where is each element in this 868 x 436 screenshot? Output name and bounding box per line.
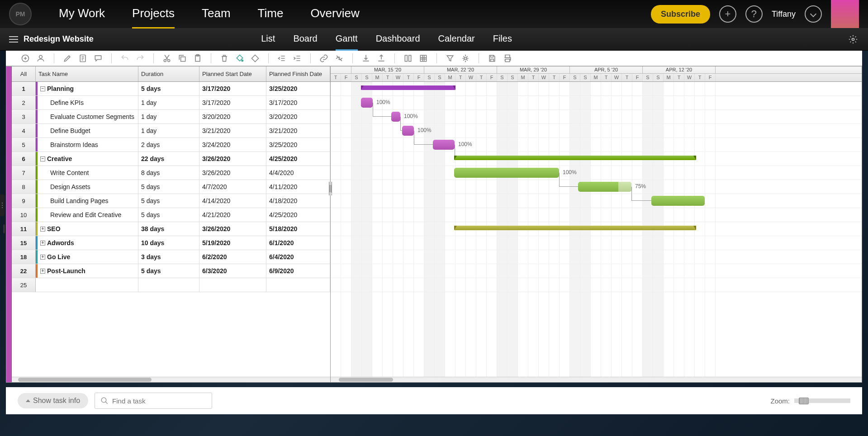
- paste-icon[interactable]: [192, 52, 204, 64]
- nav-item-my-work[interactable]: My Work: [59, 0, 105, 28]
- delete-icon[interactable]: [218, 52, 230, 64]
- task-name-cell[interactable]: Define KPIs: [38, 96, 138, 109]
- task-name-cell[interactable]: Evaluate Customer Segments: [38, 110, 138, 123]
- col-header-finish[interactable]: Planned Finish Date: [266, 66, 330, 81]
- comment-icon[interactable]: [92, 52, 104, 64]
- user-menu-chevron[interactable]: [805, 5, 822, 23]
- view-tab-list[interactable]: List: [261, 28, 275, 51]
- task-name-cell[interactable]: Brainstorm Ideas: [38, 138, 138, 152]
- task-row[interactable]: 1−Planning5 days3/17/20203/25/2020: [12, 82, 330, 96]
- start-date-cell[interactable]: 4/21/2020: [199, 208, 266, 222]
- duration-cell[interactable]: 5 days: [138, 82, 199, 95]
- start-date-cell[interactable]: [199, 278, 266, 292]
- duration-cell[interactable]: 5 days: [138, 194, 199, 208]
- duration-cell[interactable]: 8 days: [138, 166, 199, 180]
- end-date-cell[interactable]: 6/4/2020: [266, 250, 330, 264]
- end-date-cell[interactable]: 4/18/2020: [266, 194, 330, 208]
- task-row[interactable]: 7Write Content8 days3/26/20204/4/2020: [12, 166, 330, 180]
- duration-cell[interactable]: 1 day: [138, 110, 199, 123]
- duration-cell[interactable]: 5 days: [138, 180, 199, 194]
- link-icon[interactable]: [318, 52, 330, 64]
- gantt-row[interactable]: [331, 194, 862, 208]
- gantt-row[interactable]: 100%: [331, 138, 862, 152]
- start-date-cell[interactable]: 3/26/2020: [199, 166, 266, 180]
- gantt-task-bar[interactable]: 100%: [433, 140, 455, 150]
- gantt-row[interactable]: [331, 264, 862, 278]
- gantt-row[interactable]: [331, 222, 862, 236]
- start-date-cell[interactable]: 4/14/2020: [199, 194, 266, 208]
- filter-icon[interactable]: [444, 52, 456, 64]
- view-tab-board[interactable]: Board: [293, 28, 317, 51]
- end-date-cell[interactable]: 5/18/2020: [266, 222, 330, 236]
- end-date-cell[interactable]: 3/20/2020: [266, 110, 330, 123]
- gantt-row[interactable]: [331, 236, 862, 250]
- duration-cell[interactable]: 2 days: [138, 138, 199, 152]
- add-button[interactable]: +: [719, 5, 736, 23]
- start-date-cell[interactable]: 4/7/2020: [199, 180, 266, 194]
- start-date-cell[interactable]: 3/17/2020: [199, 96, 266, 109]
- task-row[interactable]: 10Review and Edit Creative5 days4/21/202…: [12, 208, 330, 222]
- hamburger-icon[interactable]: [9, 36, 18, 43]
- sidebar-collapse-tab[interactable]: [0, 194, 5, 216]
- expand-icon[interactable]: +: [40, 255, 45, 260]
- gantt-horizontal-scroll[interactable]: [331, 377, 862, 382]
- task-row[interactable]: 15+Adwords10 days5/19/20206/1/2020: [12, 236, 330, 250]
- end-date-cell[interactable]: 4/25/2020: [266, 208, 330, 222]
- end-date-cell[interactable]: 3/21/2020: [266, 124, 330, 137]
- columns-icon[interactable]: [402, 52, 414, 64]
- start-date-cell[interactable]: 6/3/2020: [199, 264, 266, 278]
- collapse-icon[interactable]: −: [40, 156, 45, 161]
- collapse-icon[interactable]: −: [40, 86, 45, 91]
- duration-cell[interactable]: 38 days: [138, 222, 199, 236]
- app-logo[interactable]: PM: [9, 3, 32, 25]
- view-tab-gantt[interactable]: Gantt: [336, 28, 358, 51]
- add-task-icon[interactable]: [19, 52, 31, 64]
- task-name-cell[interactable]: +Post-Launch: [38, 264, 138, 278]
- task-name-cell[interactable]: Design Assets: [38, 180, 138, 194]
- end-date-cell[interactable]: [266, 278, 330, 292]
- task-row[interactable]: 3Evaluate Customer Segments1 day3/20/202…: [12, 110, 330, 124]
- gantt-row[interactable]: 75%: [331, 180, 862, 194]
- nav-item-time[interactable]: Time: [258, 0, 284, 28]
- save-icon[interactable]: [486, 52, 498, 64]
- end-date-cell[interactable]: 6/1/2020: [266, 236, 330, 250]
- duration-cell[interactable]: 1 day: [138, 124, 199, 137]
- redo-icon[interactable]: [134, 52, 146, 64]
- task-name-cell[interactable]: −Planning: [38, 82, 138, 95]
- gantt-row[interactable]: 100%: [331, 166, 862, 180]
- gantt-task-bar[interactable]: 100%: [361, 98, 373, 108]
- settings-icon[interactable]: [460, 52, 471, 64]
- clear-icon[interactable]: [249, 52, 261, 64]
- duration-cell[interactable]: [138, 278, 199, 292]
- assign-user-icon[interactable]: [35, 52, 47, 64]
- gantt-task-bar[interactable]: [651, 196, 705, 206]
- col-header-duration[interactable]: Duration: [138, 66, 199, 81]
- export-icon[interactable]: [375, 52, 387, 64]
- task-row[interactable]: 5Brainstorm Ideas2 days3/24/20203/25/202…: [12, 138, 330, 152]
- gantt-task-bar[interactable]: 75%: [578, 182, 631, 192]
- task-name-cell[interactable]: [38, 278, 138, 292]
- task-row[interactable]: 8Design Assets5 days4/7/20204/11/2020: [12, 180, 330, 194]
- gantt-task-bar[interactable]: 100%: [391, 112, 400, 122]
- outdent-icon[interactable]: [276, 52, 288, 64]
- gantt-row[interactable]: 100%: [331, 124, 862, 138]
- duration-cell[interactable]: 1 day: [138, 96, 199, 109]
- project-settings-icon[interactable]: [847, 33, 859, 45]
- start-date-cell[interactable]: 3/24/2020: [199, 138, 266, 152]
- expand-icon[interactable]: +: [40, 269, 45, 274]
- start-date-cell[interactable]: 3/21/2020: [199, 124, 266, 137]
- start-date-cell[interactable]: 3/17/2020: [199, 82, 266, 95]
- gantt-row[interactable]: 100%: [331, 96, 862, 110]
- col-header-all[interactable]: All: [12, 66, 36, 81]
- gantt-row[interactable]: [331, 250, 862, 264]
- duration-cell[interactable]: 3 days: [138, 250, 199, 264]
- task-name-cell[interactable]: Review and Edit Creative: [38, 208, 138, 222]
- gantt-task-bar[interactable]: 100%: [454, 168, 559, 178]
- print-icon[interactable]: [502, 52, 513, 64]
- view-tab-dashboard[interactable]: Dashboard: [376, 28, 420, 51]
- start-date-cell[interactable]: 3/26/2020: [199, 152, 266, 166]
- subscribe-button[interactable]: Subscribe: [651, 5, 710, 24]
- cut-icon[interactable]: [161, 52, 173, 64]
- task-row[interactable]: 18+Go Live3 days6/2/20206/4/2020: [12, 250, 330, 264]
- zoom-slider[interactable]: [794, 398, 850, 403]
